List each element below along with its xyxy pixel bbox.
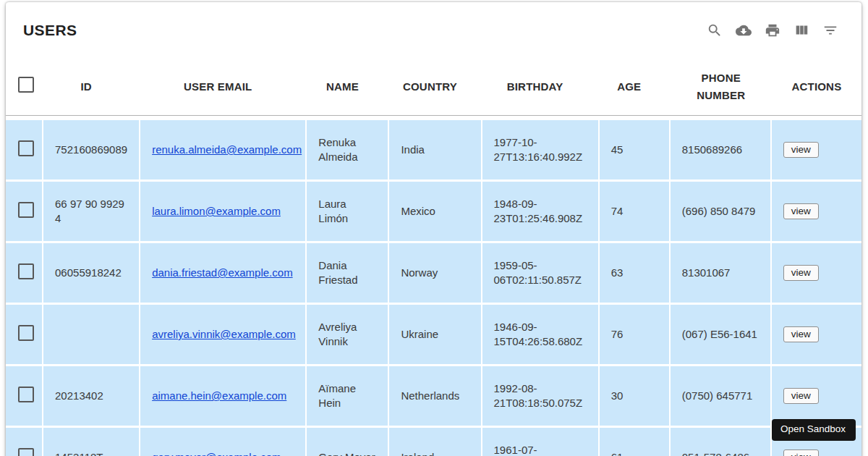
row-checkbox[interactable] (18, 140, 34, 156)
cloud-download-icon[interactable] (735, 22, 752, 39)
page-title: USERS (23, 22, 77, 39)
row-checkbox[interactable] (18, 325, 34, 341)
table-row: avreliya.vinnik@example.com Avreliya Vin… (6, 305, 861, 366)
row-checkbox[interactable] (18, 202, 34, 218)
column-header-country[interactable]: COUNTRY (389, 59, 482, 116)
cell-phone: (067) E56-1641 (671, 305, 772, 366)
filter-icon[interactable] (822, 22, 839, 39)
cell-country: India (389, 116, 482, 182)
email-link[interactable]: laura.limon@example.com (152, 205, 281, 217)
cell-age: 63 (600, 243, 671, 305)
cell-age: 30 (600, 366, 671, 428)
row-checkbox[interactable] (18, 263, 34, 279)
cell-name: Aïmane Hein (307, 366, 389, 428)
column-header-birthday[interactable]: BIRTHDAY (482, 59, 600, 116)
table-row: 752160869089 renuka.almeida@example.com … (6, 116, 861, 182)
cell-id: 1453118T (43, 428, 140, 456)
cell-country: Norway (389, 243, 482, 305)
search-icon[interactable] (706, 22, 723, 39)
cell-birthday: 1948-09- 23T01:25:46.908Z (482, 182, 600, 243)
view-button[interactable]: view (783, 449, 819, 456)
cell-id: 66 97 90 9929 4 (43, 182, 140, 243)
row-checkbox[interactable] (18, 387, 34, 402)
cell-birthday: 1959-05- 06T02:11:50.857Z (482, 243, 600, 305)
header-row: ID USER EMAIL NAME COUNTRY BIRTHDAY AGE … (6, 59, 861, 116)
cell-birthday: 1992-08- 21T08:18:50.075Z (482, 366, 600, 428)
cell-phone: 8150689266 (671, 116, 772, 182)
cell-age: 76 (600, 305, 671, 366)
email-link[interactable]: gary.meyer@example.com (152, 451, 281, 456)
cell-name: Gary Meyer (307, 428, 389, 456)
cell-id: 20213402 (43, 366, 140, 428)
cell-birthday: 1946-09- 15T04:26:58.680Z (482, 305, 600, 366)
view-button[interactable]: view (783, 142, 819, 158)
cell-phone: 051-578-6486 (671, 428, 772, 456)
column-header-phone-number: PHONE NUMBER (671, 59, 772, 116)
cell-birthday: 1961-07- 29T05:33:10.945Z (482, 428, 600, 456)
users-table: ID USER EMAIL NAME COUNTRY BIRTHDAY AGE … (6, 59, 861, 456)
email-link[interactable]: dania.friestad@example.com (152, 266, 293, 279)
table-row: 66 97 90 9929 4 laura.limon@example.com … (6, 182, 861, 243)
view-button[interactable]: view (783, 326, 819, 342)
select-all-checkbox[interactable] (18, 77, 34, 93)
cell-country: Mexico (389, 182, 482, 243)
cell-name: Avreliya Vinnik (307, 305, 389, 366)
email-link[interactable]: avreliya.vinnik@example.com (152, 328, 296, 340)
cell-name: Laura Limón (307, 182, 389, 243)
column-header-name[interactable]: NAME (307, 59, 389, 116)
view-columns-icon[interactable] (793, 22, 810, 39)
cell-phone: (696) 850 8479 (671, 182, 772, 243)
cell-name: Renuka Almeida (307, 116, 389, 182)
cell-name: Dania Friestad (307, 243, 389, 305)
email-link[interactable]: aimane.hein@example.com (152, 389, 286, 402)
column-header-age[interactable]: AGE (600, 59, 671, 116)
cell-id: 06055918242 (43, 243, 140, 305)
toolbar-icons (706, 22, 839, 39)
column-header-actions: ACTIONS (772, 59, 861, 116)
cell-id (43, 305, 140, 366)
table-toolbar: USERS (6, 2, 861, 59)
view-button[interactable]: view (783, 388, 819, 404)
cell-country: Ireland (389, 428, 482, 456)
cell-age: 45 (600, 116, 671, 182)
row-checkbox[interactable] (18, 448, 34, 456)
column-header-id[interactable]: ID (43, 59, 140, 116)
email-link[interactable]: renuka.almeida@example.com (152, 143, 302, 156)
cell-id: 752160869089 (43, 116, 140, 182)
column-header-user-email[interactable]: USER EMAIL (140, 59, 307, 116)
cell-country: Netherlands (389, 366, 482, 428)
cell-phone: (0750) 645771 (671, 366, 772, 428)
cell-country: Ukraine (389, 305, 482, 366)
cell-age: 74 (600, 182, 671, 243)
cell-birthday: 1977-10- 27T13:16:40.992Z (482, 116, 600, 182)
table-row: 06055918242 dania.friestad@example.com D… (6, 243, 861, 305)
view-button[interactable]: view (783, 203, 819, 219)
cell-phone: 81301067 (671, 243, 772, 305)
users-card: USERS ID (6, 2, 861, 456)
open-sandbox-button[interactable]: Open Sandbox (772, 419, 856, 441)
view-button[interactable]: view (783, 265, 819, 281)
print-icon[interactable] (764, 22, 781, 39)
table-row: 20213402 aimane.hein@example.com Aïmane … (6, 366, 861, 428)
cell-age: 61 (600, 428, 671, 456)
table-row: 1453118T gary.meyer@example.com Gary Mey… (6, 428, 861, 456)
